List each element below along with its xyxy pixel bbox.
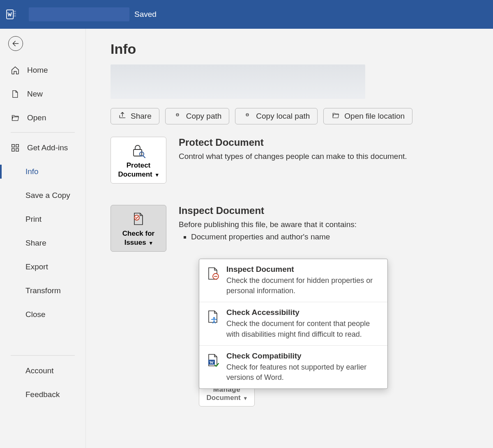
svg-text:W: W xyxy=(210,360,214,365)
folder-open-icon xyxy=(11,114,21,122)
section-heading: Inspect Document xyxy=(179,205,357,216)
home-icon xyxy=(11,66,21,75)
sidebar-item-open[interactable]: Open xyxy=(0,106,85,130)
addins-icon xyxy=(11,143,21,152)
link-icon xyxy=(173,112,182,121)
sidebar-item-addins[interactable]: Get Add-ins xyxy=(0,136,85,160)
tile-label: Protect Document ▾ xyxy=(114,161,163,179)
sidebar-item-info[interactable]: Info xyxy=(0,160,85,184)
copy-path-button[interactable]: Copy path xyxy=(165,108,230,124)
folder-open-icon xyxy=(331,112,340,121)
protect-section: Protect Document ▾ Protect Document Cont… xyxy=(111,137,493,184)
svg-rect-5 xyxy=(16,145,18,147)
back-button[interactable] xyxy=(8,36,23,51)
button-label: Share xyxy=(131,112,152,121)
protect-document-tile[interactable]: Protect Document ▾ xyxy=(111,137,166,184)
sidebar-item-save-copy[interactable]: Save a Copy xyxy=(0,184,85,207)
section-heading: Protect Document xyxy=(179,137,407,148)
action-row: Share Copy path Copy local path Open fil… xyxy=(111,108,493,124)
page-title: Info xyxy=(111,41,493,57)
sidebar-item-home[interactable]: Home xyxy=(0,58,85,82)
document-check-icon xyxy=(131,211,146,227)
word-logo-icon xyxy=(6,9,17,20)
sidebar-item-label: Home xyxy=(27,66,48,75)
open-location-button[interactable]: Open file location xyxy=(323,108,412,124)
check-for-issues-tile[interactable]: Check for Issues ▾ xyxy=(111,205,166,252)
sidebar-item-label: Info xyxy=(25,167,39,176)
sidebar-item-label: Close xyxy=(25,310,46,319)
inspect-text: Inspect Document Before publishing this … xyxy=(179,205,357,241)
svg-rect-3 xyxy=(13,15,16,16)
chevron-down-icon: ▾ xyxy=(244,395,247,401)
save-status: Saved xyxy=(134,10,157,19)
sidebar-item-label: Feedback xyxy=(25,390,60,399)
button-label: Copy local path xyxy=(256,112,310,121)
section-desc: Control what types of changes people can… xyxy=(179,151,407,163)
svg-rect-7 xyxy=(16,149,18,151)
check-for-issues-dropdown: Inspect Document Check the document for … xyxy=(199,259,388,389)
svg-rect-2 xyxy=(13,13,16,14)
dropdown-desc: Check for features not supported by earl… xyxy=(226,362,379,383)
share-button[interactable]: Share xyxy=(111,108,159,124)
svg-rect-6 xyxy=(12,149,14,151)
button-label: Copy path xyxy=(186,112,222,121)
document-accessibility-icon xyxy=(206,308,221,339)
sidebar-item-account[interactable]: Account xyxy=(0,359,85,383)
button-label: Open file location xyxy=(344,112,405,121)
document-icon xyxy=(11,90,21,99)
backstage-sidebar: Home New Open Get Add-ins Info Save a Co… xyxy=(0,29,86,448)
sidebar-item-label: Account xyxy=(25,366,54,375)
sidebar-item-feedback[interactable]: Feedback xyxy=(0,383,85,407)
svg-point-13 xyxy=(213,317,215,319)
document-minus-icon xyxy=(206,265,221,296)
sidebar-item-label: Open xyxy=(27,113,46,122)
lock-key-icon xyxy=(130,143,147,159)
chevron-down-icon: ▾ xyxy=(156,172,159,178)
sidebar-item-new[interactable]: New xyxy=(0,82,85,106)
sidebar-item-label: Save a Copy xyxy=(25,191,70,200)
main-content: Info Share Copy path Copy local path Ope… xyxy=(86,29,493,448)
tile-label: Check for Issues ▾ xyxy=(114,229,163,247)
title-bar: Saved xyxy=(0,0,493,29)
dropdown-title: Check Compatibility xyxy=(226,352,379,361)
sidebar-separator xyxy=(11,355,75,356)
sidebar-item-print[interactable]: Print xyxy=(0,207,85,231)
dropdown-title: Check Accessibility xyxy=(226,308,379,317)
sidebar-item-export[interactable]: Export xyxy=(0,255,85,279)
sidebar-item-share[interactable]: Share xyxy=(0,231,85,255)
tile-label-line2: Document ▾ xyxy=(203,394,251,402)
back-arrow-icon xyxy=(12,39,20,48)
sidebar-item-label: Share xyxy=(25,239,46,248)
sidebar-item-label: Get Add-ins xyxy=(27,143,68,152)
dropdown-desc: Check the document for content that peop… xyxy=(226,319,379,339)
dropdown-desc: Check the document for hidden properties… xyxy=(226,276,379,296)
document-word-check-icon: W xyxy=(206,352,221,383)
sidebar-item-label: Print xyxy=(25,215,41,224)
copy-local-path-button[interactable]: Copy local path xyxy=(235,108,318,124)
inspect-bullet: Document properties and author's name xyxy=(191,232,357,241)
dropdown-item-check-compatibility[interactable]: W Check Compatibility Check for features… xyxy=(199,346,387,388)
dropdown-item-check-accessibility[interactable]: Check Accessibility Check the document f… xyxy=(199,302,387,345)
dropdown-item-inspect-document[interactable]: Inspect Document Check the document for … xyxy=(199,259,387,302)
inspect-section: Check for Issues ▾ Inspect Document Befo… xyxy=(111,205,493,252)
sidebar-item-label: Export xyxy=(25,262,48,271)
link-icon xyxy=(243,112,252,121)
svg-rect-4 xyxy=(12,145,14,147)
share-icon xyxy=(118,111,127,122)
section-desc: Before publishing this file, be aware th… xyxy=(179,219,357,231)
sidebar-item-label: New xyxy=(27,90,43,99)
document-title-redacted xyxy=(29,7,129,21)
sidebar-item-close[interactable]: Close xyxy=(0,303,85,326)
sidebar-item-transform[interactable]: Transform xyxy=(0,279,85,303)
dropdown-title: Inspect Document xyxy=(226,265,379,274)
sidebar-item-label: Transform xyxy=(25,286,61,295)
chevron-down-icon: ▾ xyxy=(150,240,152,246)
protect-text: Protect Document Control what types of c… xyxy=(179,137,407,163)
sidebar-separator xyxy=(11,132,75,133)
svg-rect-1 xyxy=(13,11,16,12)
doc-location-redacted xyxy=(111,64,365,99)
